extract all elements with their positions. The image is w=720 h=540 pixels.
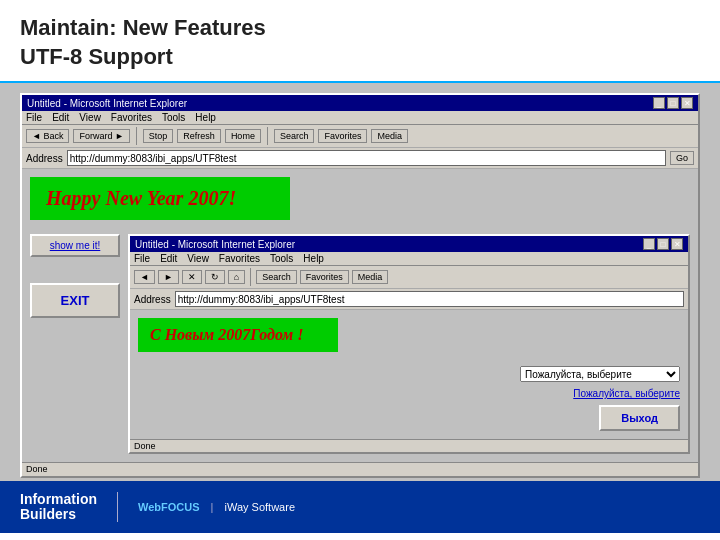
- home-button[interactable]: Home: [225, 129, 261, 143]
- inner-browser-titlebar: Untitled - Microsoft Internet Explorer _…: [130, 236, 688, 252]
- inner-menu-favorites[interactable]: Favorites: [219, 253, 260, 264]
- favorites-button[interactable]: Favorites: [318, 129, 367, 143]
- outer-page-content: Happy New Year 2007! show me it! EXIT Un…: [22, 169, 698, 462]
- outer-happy-text: Happy New Year 2007!: [46, 187, 236, 209]
- outer-happy-banner: Happy New Year 2007!: [30, 177, 290, 220]
- inner-browser-window: Untitled - Microsoft Internet Explorer _…: [128, 234, 690, 454]
- inner-media-button[interactable]: Media: [352, 270, 389, 284]
- close-button[interactable]: ✕: [681, 97, 693, 109]
- page-title: Maintain: New Features UTF-8 Support: [20, 14, 700, 71]
- inner-menu-tools[interactable]: Tools: [270, 253, 293, 264]
- back-button[interactable]: ◄ Back: [26, 129, 69, 143]
- menu-edit[interactable]: Edit: [52, 112, 69, 123]
- outer-browser-toolbar: ◄ Back Forward ► Stop Refresh Home Searc…: [22, 125, 698, 148]
- menu-tools[interactable]: Tools: [162, 112, 185, 123]
- toolbar-separator2: [267, 127, 268, 145]
- footer-separator: |: [211, 501, 214, 513]
- company-name-line2: Builders: [20, 506, 76, 522]
- menu-file[interactable]: File: [26, 112, 42, 123]
- inner-stop-button[interactable]: ✕: [182, 270, 202, 284]
- menu-help[interactable]: Help: [195, 112, 216, 123]
- company-logo: Information Builders: [20, 492, 97, 523]
- inner-page-content: С Новым 2007Годом ! Пожалуйста, выберите…: [130, 310, 688, 439]
- address-label: Address: [26, 153, 63, 164]
- footer-products: WebFOCUS | iWay Software: [138, 501, 295, 513]
- inner-address-label: Address: [134, 294, 171, 305]
- page-header: Maintain: New Features UTF-8 Support: [0, 0, 720, 83]
- inner-menu-file[interactable]: File: [134, 253, 150, 264]
- inner-close-button[interactable]: ✕: [671, 238, 683, 250]
- outer-titlebar-text: Untitled - Microsoft Internet Explorer: [27, 98, 187, 109]
- menu-favorites[interactable]: Favorites: [111, 112, 152, 123]
- inner-browser-addressbar: Address: [130, 289, 688, 310]
- search-button[interactable]: Search: [274, 129, 315, 143]
- inner-menu-help[interactable]: Help: [303, 253, 324, 264]
- inner-maximize-button[interactable]: □: [657, 238, 669, 250]
- inner-status-text: Done: [134, 441, 156, 451]
- company-name-line1: Information: [20, 491, 97, 507]
- inner-search-button[interactable]: Search: [256, 270, 297, 284]
- minimize-button[interactable]: _: [653, 97, 665, 109]
- inner-happy-text: С Новым 2007Годом !: [150, 326, 303, 343]
- outer-status-bar: Done: [22, 462, 698, 475]
- inner-refresh-button[interactable]: ↻: [205, 270, 225, 284]
- inner-minimize-button[interactable]: _: [643, 238, 655, 250]
- forward-button[interactable]: Forward ►: [73, 129, 129, 143]
- inner-separator: [250, 268, 251, 286]
- inner-happy-banner: С Новым 2007Годом !: [138, 318, 338, 352]
- product-iway: iWay Software: [225, 501, 296, 513]
- inner-controls: Пожалуйста, выберите Пожалуйста, выберит…: [138, 366, 680, 431]
- toolbar-separator: [136, 127, 137, 145]
- inner-address-input[interactable]: [175, 291, 684, 307]
- outer-browser-window: Untitled - Microsoft Internet Explorer _…: [20, 93, 700, 478]
- address-input[interactable]: [67, 150, 666, 166]
- show-me-link[interactable]: show me it!: [30, 234, 120, 257]
- inner-forward-button[interactable]: ►: [158, 270, 179, 284]
- inner-home-button[interactable]: ⌂: [228, 270, 245, 284]
- inner-titlebar-text: Untitled - Microsoft Internet Explorer: [135, 239, 295, 250]
- outer-browser-menubar: File Edit View Favorites Tools Help: [22, 111, 698, 125]
- maximize-button[interactable]: □: [667, 97, 679, 109]
- refresh-button[interactable]: Refresh: [177, 129, 221, 143]
- outer-sidebar-buttons: show me it! EXIT: [30, 234, 120, 454]
- outer-browser-addressbar: Address Go: [22, 148, 698, 169]
- inner-back-button[interactable]: ◄: [134, 270, 155, 284]
- menu-view[interactable]: View: [79, 112, 101, 123]
- inner-status-bar: Done: [130, 439, 688, 452]
- outer-sidebar: show me it! EXIT Untitled - Microsoft In…: [30, 234, 690, 454]
- inner-favorites-button[interactable]: Favorites: [300, 270, 349, 284]
- outer-status-text: Done: [26, 464, 48, 474]
- main-content: Untitled - Microsoft Internet Explorer _…: [0, 83, 720, 533]
- inner-dropdown[interactable]: Пожалуйста, выберите: [520, 366, 680, 382]
- outer-browser-titlebar: Untitled - Microsoft Internet Explorer _…: [22, 95, 698, 111]
- outer-exit-button[interactable]: EXIT: [30, 283, 120, 318]
- stop-button[interactable]: Stop: [143, 129, 174, 143]
- product-webfocus: WebFOCUS: [138, 501, 200, 513]
- inner-exit-button[interactable]: Выход: [599, 405, 680, 431]
- inner-browser-menubar: File Edit View Favorites Tools Help: [130, 252, 688, 266]
- inner-menu-view[interactable]: View: [187, 253, 209, 264]
- footer: Information Builders WebFOCUS | iWay Sof…: [0, 481, 720, 533]
- media-button[interactable]: Media: [371, 129, 408, 143]
- inner-titlebar-buttons: _ □ ✕: [643, 238, 683, 250]
- inner-menu-edit[interactable]: Edit: [160, 253, 177, 264]
- footer-divider: [117, 492, 118, 522]
- inner-link-button[interactable]: Пожалуйста, выберите: [573, 388, 680, 399]
- outer-titlebar-buttons: _ □ ✕: [653, 97, 693, 109]
- inner-browser-toolbar: ◄ ► ✕ ↻ ⌂ Search Favorites Media: [130, 266, 688, 289]
- go-button[interactable]: Go: [670, 151, 694, 165]
